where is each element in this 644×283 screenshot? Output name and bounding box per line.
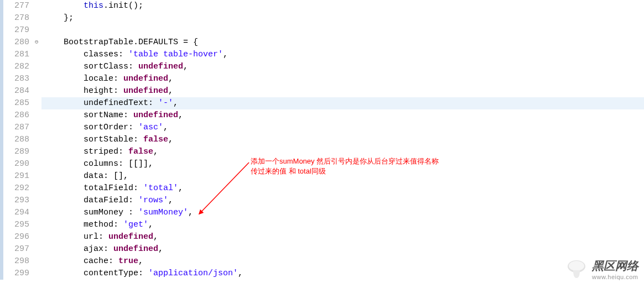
line-number[interactable]: 295 [3, 219, 29, 231]
annotation-line1: 添加一个sumMoney 然后引号内是你从后台穿过来值得名称 [251, 156, 439, 166]
code-line: dataField: 'rows', [41, 195, 644, 207]
annotation-line2: 传过来的值 和 total同级 [251, 166, 439, 176]
line-number[interactable]: 299 [3, 268, 29, 280]
code-line: }; [41, 12, 644, 24]
keyword-this: this [84, 1, 103, 11]
code-editor: 277 278 279 280 281 282 283 284 285 286 … [0, 0, 644, 280]
line-number[interactable]: 296 [3, 231, 29, 243]
line-number[interactable]: 285 [3, 97, 29, 109]
line-number[interactable]: 280 [3, 36, 29, 49]
code-line: totalField: 'total', [41, 182, 644, 195]
line-number[interactable]: 292 [3, 182, 29, 195]
line-number[interactable]: 286 [3, 109, 29, 122]
line-number-gutter: 277 278 279 280 281 282 283 284 285 286 … [3, 0, 35, 280]
code-line: classes: 'table table-hover', [41, 49, 644, 61]
watermark: 黑区网络 www.heiqu.com [565, 258, 638, 280]
code-line: sortOrder: 'asc', [41, 122, 644, 134]
code-line: this.init(); [41, 0, 644, 12]
fold-toggle-icon[interactable]: ⊖ [35, 38, 39, 45]
code-line: height: undefined, [41, 85, 644, 97]
code-area[interactable]: this.init(); }; BootstrapTable.DEFAULTS … [41, 0, 644, 280]
watermark-title: 黑区网络 [592, 258, 638, 274]
code-line: sortClass: undefined, [41, 61, 644, 73]
line-number[interactable]: 287 [3, 122, 29, 134]
code-line [41, 24, 644, 36]
line-number[interactable]: 279 [3, 24, 29, 36]
line-number[interactable]: 289 [3, 146, 29, 158]
line-number[interactable]: 281 [3, 49, 29, 61]
line-number[interactable]: 278 [3, 12, 29, 24]
line-number[interactable]: 290 [3, 158, 29, 170]
mushroom-icon [565, 258, 588, 280]
line-number[interactable]: 283 [3, 73, 29, 85]
line-number[interactable]: 298 [3, 255, 29, 268]
code-line: sortName: undefined, [41, 109, 644, 122]
line-number[interactable]: 297 [3, 243, 29, 255]
line-number[interactable]: 291 [3, 170, 29, 182]
line-number[interactable]: 288 [3, 134, 29, 146]
code-line: sumMoney : 'sumMoney', [41, 207, 644, 219]
code-line: cache: true, [41, 255, 644, 268]
line-number[interactable]: 282 [3, 61, 29, 73]
code-line: locale: undefined, [41, 73, 644, 85]
code-line: BootstrapTable.DEFAULTS = { [41, 36, 644, 49]
code-line: contentType: 'application/json', [41, 268, 644, 280]
fold-column: ⊖ [35, 0, 41, 280]
code-line-highlighted: undefinedText: '-', [41, 97, 644, 109]
line-number[interactable]: 277 [3, 0, 29, 12]
annotation-text: 添加一个sumMoney 然后引号内是你从后台穿过来值得名称 传过来的值 和 t… [251, 156, 439, 176]
line-number[interactable]: 294 [3, 207, 29, 219]
code-line: method: 'get', [41, 219, 644, 231]
code-line: sortStable: false, [41, 134, 644, 146]
svg-point-2 [569, 261, 584, 271]
code-line: url: undefined, [41, 231, 644, 243]
code-line: ajax: undefined, [41, 243, 644, 255]
watermark-url: www.heiqu.com [592, 274, 638, 280]
line-number[interactable]: 284 [3, 85, 29, 97]
line-number[interactable]: 293 [3, 195, 29, 207]
